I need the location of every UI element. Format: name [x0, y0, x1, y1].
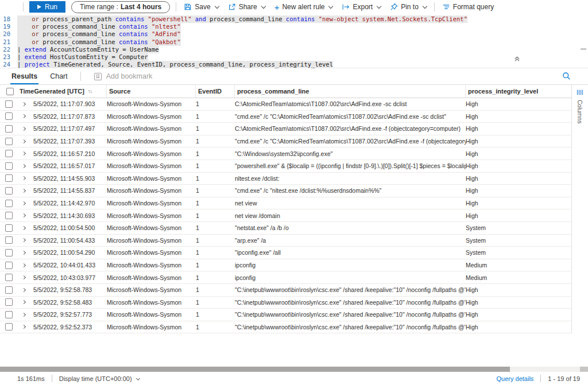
columns-panel-label[interactable]: Columns	[577, 100, 583, 123]
row-checkbox[interactable]	[5, 174, 13, 182]
table-row[interactable]: 5/5/2022, 10:43:03.977 Microsoft-Windows…	[0, 271, 571, 284]
chevron-down-icon	[328, 3, 333, 8]
table-row[interactable]: 5/5/2022, 11:16:57.017 Microsoft-Windows…	[0, 160, 571, 173]
table-row[interactable]: 5/5/2022, 11:00:54.433 Microsoft-Windows…	[0, 235, 571, 247]
column-header-cmd[interactable]: process_command_line	[235, 85, 466, 98]
scrollbar-thumb[interactable]	[0, 367, 510, 372]
row-checkbox[interactable]	[5, 100, 13, 108]
code-line[interactable]: 21 or process_command_line contains "Qak…	[0, 38, 588, 46]
row-expand-button[interactable]	[17, 239, 30, 242]
column-header-time[interactable]: TimeGenerated [UTC] ↑↓	[17, 85, 107, 98]
row-checkbox[interactable]	[5, 274, 13, 281]
row-expand-button[interactable]	[17, 301, 30, 304]
column-header-integrity[interactable]: process_integrity_level	[466, 85, 571, 98]
line-number: 23	[0, 53, 17, 61]
row-checkbox[interactable]	[5, 112, 13, 120]
cell-source: Microsoft-Windows-Sysmon	[107, 212, 196, 219]
row-expand-button[interactable]	[17, 289, 30, 291]
cell-time: 5/5/2022, 11:17:07.393	[30, 138, 107, 145]
query-editor[interactable]: 18 or process_parent_path contains "powe…	[0, 14, 588, 68]
table-row[interactable]: 5/5/2022, 11:14:42.970 Microsoft-Windows…	[0, 197, 571, 210]
table-row[interactable]: 5/5/2022, 11:17:07.393 Microsoft-Windows…	[0, 135, 571, 148]
run-button[interactable]: Run	[29, 1, 65, 13]
save-button[interactable]: Save	[182, 3, 220, 11]
table-row[interactable]: 5/5/2022, 11:16:57.210 Microsoft-Windows…	[0, 147, 571, 160]
code-line[interactable]: 22 | extend AccountCustomEntity = UserNa…	[0, 46, 588, 53]
sort-icons[interactable]: ↑↓	[88, 88, 92, 94]
row-checkbox[interactable]	[5, 187, 13, 195]
table-row[interactable]: 5/5/2022, 11:17:07.873 Microsoft-Windows…	[0, 111, 571, 123]
row-expand-button[interactable]	[17, 214, 30, 217]
new-alert-rule-label: New alert rule	[282, 3, 324, 11]
row-expand-button[interactable]	[17, 140, 30, 143]
row-checkbox[interactable]	[5, 286, 13, 294]
row-checkbox[interactable]	[5, 138, 13, 145]
row-checkbox[interactable]	[5, 323, 13, 330]
table-row[interactable]: 5/5/2022, 11:14:30.693 Microsoft-Windows…	[0, 209, 571, 222]
horizontal-scrollbar[interactable]	[0, 367, 588, 372]
table-row[interactable]: 5/5/2022, 9:52:52.373 Microsoft-Windows-…	[0, 321, 571, 334]
row-checkbox[interactable]	[5, 311, 13, 318]
row-expand-button[interactable]	[17, 165, 30, 168]
row-checkbox[interactable]	[5, 249, 13, 256]
share-button[interactable]: Share	[226, 3, 267, 11]
search-results-button[interactable]	[562, 72, 571, 82]
row-expand-button[interactable]	[17, 189, 30, 192]
collapse-editor-icon[interactable]	[514, 54, 520, 64]
display-time-dropdown[interactable]: Display time (UTC+00:00)	[59, 375, 140, 382]
row-checkbox[interactable]	[5, 298, 13, 306]
row-expand-button[interactable]	[17, 251, 30, 254]
code-line[interactable]: 20 or process_command_line contains "AdF…	[0, 30, 588, 38]
table-row[interactable]: 5/5/2022, 10:44:01.433 Microsoft-Windows…	[0, 259, 571, 272]
time-range-picker[interactable]: Time range : Last 4 hours	[71, 1, 170, 13]
row-expand-button[interactable]	[17, 325, 30, 328]
row-expand-button[interactable]	[17, 313, 30, 316]
row-checkbox[interactable]	[5, 200, 13, 207]
row-expand-button[interactable]	[17, 276, 30, 279]
row-expand-button[interactable]	[17, 264, 30, 267]
row-checkbox[interactable]	[5, 262, 13, 269]
row-checkbox[interactable]	[5, 150, 13, 157]
export-button[interactable]: Export	[340, 3, 382, 11]
table-row[interactable]: 5/5/2022, 9:52:57.773 Microsoft-Windows-…	[0, 309, 571, 321]
row-expand-button[interactable]	[17, 103, 30, 106]
tab-results[interactable]: Results	[11, 68, 37, 84]
row-checkbox[interactable]	[5, 224, 13, 232]
row-expand-button[interactable]	[17, 152, 30, 155]
row-expand-button[interactable]	[17, 177, 30, 180]
table-row[interactable]: 5/5/2022, 9:52:58.783 Microsoft-Windows-…	[0, 284, 571, 297]
table-row[interactable]: 5/5/2022, 11:00:54.500 Microsoft-Windows…	[0, 222, 571, 235]
column-header-source[interactable]: Source	[107, 85, 196, 98]
row-expand-button[interactable]	[17, 115, 30, 118]
table-row[interactable]: 5/5/2022, 9:52:58.483 Microsoft-Windows-…	[0, 297, 571, 309]
table-row[interactable]: 5/5/2022, 11:17:07.497 Microsoft-Windows…	[0, 123, 571, 135]
editor-scrollbar[interactable]	[581, 48, 586, 50]
table-row[interactable]: 5/5/2022, 11:14:55.837 Microsoft-Windows…	[0, 185, 571, 197]
table-row[interactable]: 5/5/2022, 11:14:55.903 Microsoft-Windows…	[0, 173, 571, 185]
code-line[interactable]: 19 or process_command_line contains "nlt…	[0, 23, 588, 30]
query-details-link[interactable]: Query details	[497, 375, 534, 382]
column-header-eventid[interactable]: EventID	[196, 85, 235, 98]
code-line[interactable]: 23 | extend HostCustomEntity = Computer	[0, 53, 588, 61]
columns-icon[interactable]	[576, 88, 584, 96]
pin-to-button[interactable]: Pin to	[388, 3, 428, 11]
cell-eventid: 1	[196, 274, 235, 281]
table-row[interactable]: 5/5/2022, 11:00:54.290 Microsoft-Windows…	[0, 247, 571, 259]
add-bookmark-button[interactable]: Add bookmark	[94, 72, 153, 81]
select-all-checkbox[interactable]	[6, 88, 14, 95]
code-line[interactable]: 18 or process_parent_path contains "powe…	[0, 15, 588, 23]
cell-command-line: net view	[235, 200, 466, 207]
row-expand-button[interactable]	[17, 227, 30, 230]
format-query-button[interactable]: Format query	[440, 3, 496, 11]
tab-chart[interactable]: Chart	[50, 68, 68, 84]
row-checkbox[interactable]	[5, 236, 13, 244]
row-expand-button[interactable]	[17, 202, 30, 205]
column-header-integrity-label: process_integrity_level	[468, 88, 538, 95]
new-alert-rule-button[interactable]: + New alert rule	[273, 3, 335, 11]
row-checkbox[interactable]	[5, 125, 13, 133]
row-checkbox[interactable]	[5, 212, 13, 219]
results-table-header: TimeGenerated [UTC] ↑↓ Source EventID pr…	[0, 85, 571, 98]
table-row[interactable]: 5/5/2022, 11:17:07.903 Microsoft-Windows…	[0, 98, 571, 111]
row-expand-button[interactable]	[17, 127, 30, 130]
row-checkbox[interactable]	[5, 162, 13, 170]
